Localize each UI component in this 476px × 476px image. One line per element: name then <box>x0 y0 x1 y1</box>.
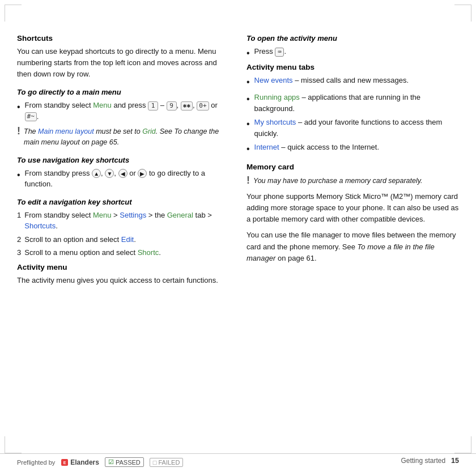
go-to-main-text: From standby select Menu and press 1 – 9… <box>25 100 230 122</box>
main-menu-layout-link: Main menu layout <box>38 128 94 135</box>
step-1: 1 From standby select Menu > Settings > … <box>17 210 230 232</box>
activity-menu-text: The activity menu gives you quick access… <box>17 275 230 286</box>
memory-note-text: You may have to purchase a memory card s… <box>253 176 423 186</box>
tab2-label: Running apps <box>254 93 300 101</box>
svg-text:E: E <box>63 461 66 465</box>
tab1-label: New events <box>254 76 293 84</box>
passed-label: PASSED <box>116 459 141 466</box>
checkbox-empty-icon: □ <box>153 459 157 466</box>
tab4-text: Internet – quick access to the Internet. <box>254 142 379 153</box>
left-column: Shortcuts You can use keypad shortcuts t… <box>17 17 230 445</box>
step-2: 2 Scroll to an option and select Edit. <box>17 234 230 245</box>
tab4-item: • Internet – quick access to the Interne… <box>246 142 459 156</box>
step-num-3: 3 <box>17 247 21 258</box>
bullet-dot-6: • <box>246 117 250 131</box>
activity-tabs-heading: Activity menu tabs <box>246 63 459 71</box>
passed-badge: ☑ PASSED <box>105 457 144 467</box>
grid-link: Grid <box>142 128 156 135</box>
memory-note-italic: You may have to purchase a memory card s… <box>253 177 423 185</box>
edit-steps: 1 From standby select Menu > Settings > … <box>17 210 230 258</box>
nav-key-down: ▼ <box>105 169 114 178</box>
note-1-text: The Main menu layout must be set to Grid… <box>24 126 230 148</box>
menu-link: Menu <box>93 101 112 109</box>
go-to-main-bullet: • From standby select Menu and press 1 –… <box>17 100 230 122</box>
check-icon: ☑ <box>108 458 114 466</box>
key-star: ✱✱ <box>181 101 193 110</box>
step-3-text: Scroll to a menu option and select Short… <box>24 247 161 258</box>
tab3-item: • My shortcuts – add your favorite funct… <box>246 117 459 139</box>
memory-para2: You can use the file manager to move fil… <box>246 230 459 264</box>
memory-card-heading: Memory card <box>246 163 459 171</box>
note-icon-1: ! <box>17 125 20 137</box>
content-area: Shortcuts You can use keypad shortcuts t… <box>17 17 459 445</box>
nav-shortcuts-text: From standby press ▲, ▼, ◀ or ▶ to go di… <box>25 168 230 190</box>
open-activity-heading: To open the activity menu <box>246 34 459 42</box>
brand-name: Elanders <box>70 458 99 466</box>
tab1-text: New events – missed calls and new messag… <box>254 75 409 86</box>
nav-key-right: ▶ <box>138 169 147 178</box>
step-num-2: 2 <box>17 234 21 245</box>
bullet-dot: • <box>17 100 20 114</box>
nav-shortcuts-bullet: • From standby press ▲, ▼, ◀ or ▶ to go … <box>17 168 230 190</box>
bullet-dot-2: • <box>17 168 20 182</box>
shortcuts-intro: You can use keypad shortcuts to go direc… <box>17 46 230 80</box>
brand-logo: E Elanders <box>61 458 99 466</box>
tab4-label: Internet <box>254 143 279 151</box>
shortcuts-heading: Shortcuts <box>17 34 230 42</box>
right-column: To open the activity menu • Press ⌨. Act… <box>246 17 459 445</box>
open-activity-text: Press ⌨. <box>254 46 287 57</box>
nav-key-up: ▲ <box>92 169 101 178</box>
page: Shortcuts You can use keypad shortcuts t… <box>0 0 476 476</box>
step-2-text: Scroll to an option and select Edit. <box>24 234 136 245</box>
memory-note: ! You may have to purchase a memory card… <box>246 176 459 186</box>
open-activity-bullet: • Press ⌨. <box>246 46 459 60</box>
key-hash: #~ <box>25 112 37 121</box>
tab2-text: Running apps – applications that are run… <box>254 92 459 114</box>
key-0: 0+ <box>197 101 209 110</box>
tab1-item: • New events – missed calls and new mess… <box>246 75 459 89</box>
elanders-icon: E <box>61 458 69 466</box>
activity-menu-heading: Activity menu <box>17 263 230 271</box>
bullet-dot-5: • <box>246 92 250 106</box>
bullet-dot-7: • <box>246 142 250 156</box>
bullet-dot-4: • <box>246 75 250 89</box>
tab2-item: • Running apps – applications that are r… <box>246 92 459 114</box>
tab1-desc: – missed calls and new messages. <box>295 76 409 84</box>
key-1: 1 <box>148 101 158 110</box>
preflighted-label: Preflighted by <box>17 459 55 466</box>
key-9: 9 <box>167 101 177 110</box>
tab3-label: My shortcuts <box>254 118 296 126</box>
step-3: 3 Scroll to a menu option and select Sho… <box>17 247 230 258</box>
footer: Preflighted by E Elanders ☑ PASSED □ FAI… <box>0 453 476 470</box>
note-icon-2: ! <box>246 175 250 186</box>
go-to-main-heading: To go directly to a main menu <box>17 88 230 96</box>
activity-key: ⌨ <box>275 48 284 57</box>
tab3-text: My shortcuts – add your favorite functio… <box>254 117 459 139</box>
step-num-1: 1 <box>17 210 21 221</box>
note-1: ! The Main menu layout must be set to Gr… <box>17 126 230 148</box>
edit-heading: To edit a navigation key shortcut <box>17 198 230 206</box>
nav-key-left: ◀ <box>118 169 128 178</box>
nav-shortcuts-heading: To use navigation key shortcuts <box>17 156 230 164</box>
failed-badge: □ FAILED <box>150 458 184 467</box>
failed-label: FAILED <box>158 459 180 466</box>
memory-para1: Your phone supports Memory Stick Micro™ … <box>246 191 459 225</box>
step-1-text: From standby select Menu > Settings > th… <box>24 210 230 232</box>
tab4-desc: – quick access to the Internet. <box>281 143 379 151</box>
bullet-dot-3: • <box>246 46 250 60</box>
